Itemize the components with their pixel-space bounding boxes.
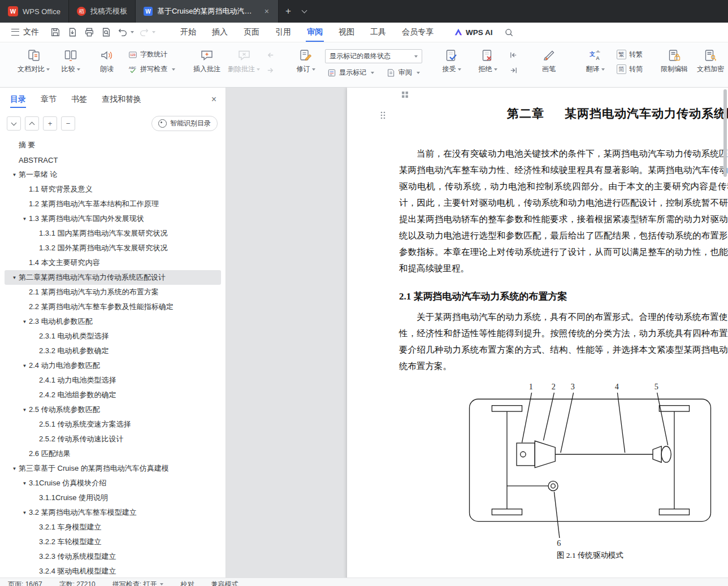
translate-button[interactable]: 文A 翻译	[577, 45, 613, 75]
toc-item[interactable]: ▼3.1Cruise 仿真模块介绍	[5, 476, 221, 490]
word-count-button[interactable]: 123 字数统计	[126, 49, 177, 60]
menu-item-home[interactable]: 开始	[172, 23, 204, 42]
object-anchor-icon[interactable]	[401, 91, 409, 101]
toc-item[interactable]: ▼第一章绪 论	[5, 167, 221, 182]
zoom-in-toc-button[interactable]: +	[43, 116, 57, 131]
toc-item[interactable]: 3.2.3 传动系统模型建立	[5, 549, 221, 564]
toc-item[interactable]: 2.1 某两挡电动汽车动力系统的布置方案	[5, 285, 221, 299]
toc-item[interactable]: 1.3.2 国外某两挡电动汽车发展研究状况	[5, 241, 221, 255]
menu-item-view[interactable]: 视图	[331, 23, 362, 42]
collapse-arrow-icon[interactable]: ▼	[10, 466, 19, 471]
page-indicator[interactable]: 页面: 16/67	[8, 580, 42, 586]
insert-comment-button[interactable]: 插入批注	[189, 45, 225, 75]
toc-item[interactable]: 2.4.2 电池组参数的确定	[5, 388, 221, 402]
redo-button[interactable]	[137, 25, 157, 39]
menu-item-tools[interactable]: 工具	[362, 23, 394, 42]
tab-find-replace[interactable]: 查找和替换	[102, 88, 141, 111]
toc-item[interactable]: 2.4.1 动力电池类型选择	[5, 373, 221, 388]
expand-all-button[interactable]	[7, 116, 21, 131]
compat-mode-indicator[interactable]: 兼容模式	[211, 580, 238, 586]
zoom-out-toc-button[interactable]: −	[61, 116, 75, 131]
next-comment-button[interactable]	[264, 64, 276, 76]
toc-item[interactable]: ▼2.4 动力电池参数匹配	[5, 358, 221, 373]
toc-item[interactable]: ▼3.2 某两挡电动汽车整车模型建立	[5, 505, 221, 520]
toc-item[interactable]: 1.4 本文主要研究内容	[5, 255, 221, 270]
collapse-arrow-icon[interactable]: ▼	[10, 275, 19, 280]
tab-sections[interactable]: 章节	[41, 88, 57, 111]
doc-compare-button[interactable]: 文档对比	[15, 45, 53, 75]
collapse-arrow-icon[interactable]: ▼	[20, 319, 29, 324]
markup-state-select[interactable]: 显示标记的最终状态	[325, 49, 422, 63]
vertical-scrollbar[interactable]	[722, 88, 728, 578]
toc-item[interactable]: 2.3.2 电动机参数确定	[5, 344, 221, 358]
smart-toc-button[interactable]: 智能识别目录	[151, 116, 218, 131]
close-tab-icon[interactable]: ×	[263, 7, 270, 16]
toc-item[interactable]: ▼第三章基于 Cruise 的某两挡电动汽车仿真建模	[5, 461, 221, 476]
tab-docer-template[interactable]: 稻 找稿壳模板	[69, 0, 136, 23]
compare-button[interactable]: 比较	[53, 45, 89, 75]
toc-item[interactable]: 摘 要	[5, 138, 221, 153]
tab-current-document[interactable]: W 基于Cruise的某两挡电动汽车仿 ×	[136, 0, 279, 23]
file-menu[interactable]: 文件	[7, 27, 44, 37]
review-mode-button[interactable]: 审阅	[384, 67, 422, 78]
accept-button[interactable]: 接受	[434, 45, 470, 75]
to-simplified-button[interactable]: 简 转简	[614, 64, 645, 75]
new-tab-button[interactable]: +	[279, 0, 298, 23]
menu-item-member[interactable]: 会员专享	[394, 23, 441, 42]
doc-encrypt-button[interactable]: 文档加密	[692, 45, 728, 75]
drag-handle-icon[interactable]	[380, 109, 385, 123]
delete-comment-button[interactable]: 删除批注	[225, 45, 263, 75]
undo-button[interactable]	[116, 25, 135, 39]
restrict-edit-button[interactable]: 限制编辑	[656, 45, 692, 75]
tab-list-button[interactable]	[298, 0, 311, 23]
read-aloud-button[interactable]: 朗读	[89, 45, 125, 75]
collapse-arrow-icon[interactable]: ▼	[20, 407, 29, 413]
next-revision-button[interactable]	[507, 64, 519, 76]
search-button[interactable]	[504, 28, 514, 37]
spellcheck-status[interactable]: 拼写检查: 打开	[112, 580, 164, 586]
collapse-arrow-icon[interactable]: ▼	[20, 216, 29, 222]
toc-item[interactable]: 2.3.1 电动机类型选择	[5, 329, 221, 344]
export-pdf-button[interactable]	[65, 25, 80, 39]
collapse-arrow-icon[interactable]: ▼	[20, 510, 29, 515]
collapse-arrow-icon[interactable]: ▼	[20, 363, 29, 368]
toc-item[interactable]: 2.2 某两挡电动汽车整车参数及性能指标确定	[5, 299, 221, 314]
toc-item[interactable]: ▼2.3 电动机参数匹配	[5, 314, 221, 329]
toc-item[interactable]: 3.2.1 车身模型建立	[5, 520, 221, 535]
previous-comment-button[interactable]	[264, 49, 276, 60]
track-changes-button[interactable]: 修订	[288, 45, 324, 75]
previous-revision-button[interactable]	[507, 49, 519, 60]
menu-item-references[interactable]: 引用	[267, 23, 299, 42]
toc-item[interactable]: 3.1.1Cruise 使用说明	[5, 490, 221, 505]
toc-item[interactable]: 1.3.1 国内某两挡电动汽车发展研究状况	[5, 226, 221, 241]
wps-ai-button[interactable]: WPS AI	[454, 28, 493, 37]
reject-button[interactable]: 拒绝	[470, 45, 506, 75]
tab-bookmarks[interactable]: 书签	[71, 88, 87, 111]
toc-item[interactable]: 2.5.1 传动系统变速方案选择	[5, 417, 221, 432]
brush-button[interactable]: 画笔	[531, 45, 567, 75]
toc-item[interactable]: ABSTRACT	[5, 153, 221, 167]
toc-item[interactable]: 2.6 匹配结果	[5, 446, 221, 461]
print-button[interactable]	[82, 25, 97, 39]
menu-item-page[interactable]: 页面	[236, 23, 267, 42]
spell-check-button[interactable]: ABC 拼写检查	[126, 64, 177, 75]
toc-item[interactable]: 3.2.4 驱动电机模型建立	[5, 564, 221, 578]
scrollbar-thumb[interactable]	[723, 89, 727, 177]
collapse-all-button[interactable]	[25, 116, 39, 131]
toc-item[interactable]: 1.1 研究背景及意义	[5, 182, 221, 197]
tab-wps-home[interactable]: W WPS Office	[0, 0, 69, 23]
toc-item[interactable]: 2.5.2 传动系传动速比设计	[5, 432, 221, 446]
close-pane-icon[interactable]: ×	[211, 94, 216, 105]
menu-item-insert[interactable]: 插入	[204, 23, 236, 42]
show-markup-button[interactable]: 显示标记	[325, 67, 376, 78]
collapse-arrow-icon[interactable]: ▼	[20, 481, 29, 486]
toc-item[interactable]: 3.2.2 车轮模型建立	[5, 535, 221, 549]
collapse-arrow-icon[interactable]: ▼	[10, 172, 19, 177]
word-count-status[interactable]: 字数: 27210	[59, 580, 96, 586]
toc-item[interactable]: ▼第二章某两挡电动汽车动力传动系统匹配设计	[5, 270, 221, 285]
tab-contents[interactable]: 目录	[10, 88, 26, 111]
toc-item[interactable]: 1.2 某两挡电动汽车基本结构和工作原理	[5, 197, 221, 211]
toc-item[interactable]: ▼1.3 某两挡电动汽车国内外发展现状	[5, 211, 221, 226]
menu-item-review[interactable]: 审阅	[299, 23, 331, 42]
proofread-button[interactable]: 校对	[180, 580, 194, 586]
